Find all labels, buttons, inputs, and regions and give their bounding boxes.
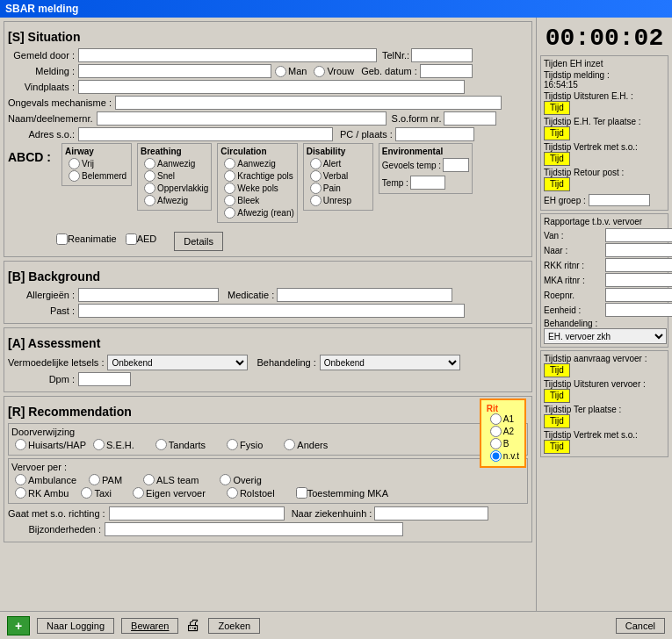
cancel-button[interactable]: Cancel [616,618,665,634]
airway-vrij-label: Vrij [82,159,94,169]
recommendation-header: [R] Recommendation [8,404,528,420]
radio-rolstoel[interactable] [227,487,238,499]
temp-input[interactable] [410,176,445,190]
bewaren-button[interactable]: Bewaren [121,618,178,634]
checkbox-reanimatie[interactable] [56,233,68,245]
tijdstip-ter-plaatse-btn[interactable]: Tijd [544,126,570,140]
bijzonderheden-input[interactable] [105,522,403,536]
radio-disability-unresp[interactable] [310,195,322,206]
radio-breathing-aanwezig[interactable] [144,158,155,169]
radio-disability-pain[interactable] [310,183,322,194]
medicatie-input[interactable] [277,288,452,302]
radio-anders[interactable] [284,439,295,450]
tijdstip-retour-btn[interactable]: Tijd [544,177,570,191]
checkbox-aed[interactable] [126,233,137,245]
radio-als-team[interactable] [143,474,155,485]
airway-title: Airway [65,147,128,156]
radio-circulation-bleek[interactable] [224,195,235,206]
tijden-eh-section: Tijden EH inzet Tijdstip melding : 16:54… [540,55,668,211]
radio-taxi[interactable] [81,487,92,499]
mka-ritnr-input[interactable] [605,273,672,287]
radio-airway-belemmerd[interactable] [69,170,80,182]
eenheid-row: Eenheid : [544,303,665,317]
behandeling-assess-select[interactable]: Onbekend [320,355,460,370]
naam-input[interactable] [97,111,387,126]
eenheid-input[interactable] [605,303,672,317]
background-header: [B] Background [8,269,528,284]
radio-ambulance[interactable] [15,474,26,485]
eh-groep-row: EH groep : [544,194,665,206]
eh-groep-input[interactable] [589,194,650,206]
radio-breathing-afwezig[interactable] [144,195,155,206]
rit-b-label: B [503,439,509,449]
radio-rit-b[interactable] [490,438,502,449]
tijdstip-uitsturen-v-btn[interactable]: Tijd [544,389,570,403]
naar-input[interactable] [605,243,672,257]
melding-input[interactable] [78,64,271,78]
vindplaats-label: Vindplaats : [8,82,78,92]
radio-fysio[interactable] [227,439,238,450]
adres-row: Adres s.o.: PC / plaats : [8,127,528,141]
radio-breathing-snel[interactable] [144,170,155,182]
gemeld-door-input[interactable] [78,48,377,62]
past-input[interactable] [78,304,465,318]
radio-pam[interactable] [89,474,100,485]
tijdstip-vertrek-v-btn[interactable]: Tijd [544,440,570,454]
details-button[interactable]: Details [174,232,223,251]
gaat-met-label: Gaat met s.o. richting : [8,508,109,519]
tijdstip-vertrek-btn[interactable]: Tijd [544,152,570,166]
pc-input[interactable] [395,127,474,141]
roepnr-input[interactable] [605,288,672,302]
checkbox-toestemming[interactable] [296,487,307,499]
ongevals-input[interactable] [115,96,502,110]
vervoer-per-label: Vervoer per : [11,462,67,472]
seh-label: S.E.H. [106,440,134,450]
plus-button[interactable]: + [7,616,30,635]
radio-vrouw[interactable] [314,66,325,77]
radio-circulation-afwezig-rean[interactable] [224,207,235,219]
radio-circulation-krachtige[interactable] [224,170,235,182]
geb-datum-input[interactable] [420,64,473,78]
radio-man[interactable] [275,66,286,77]
tijdstip-uitsturen-btn[interactable]: Tijd [544,101,570,115]
telnr-input[interactable] [411,48,473,62]
allergieen-input[interactable] [78,288,219,302]
van-row: Van : [544,228,665,242]
radio-rit-a1[interactable] [490,413,502,425]
radio-seh[interactable] [93,439,105,450]
naar-logging-button[interactable]: Naar Logging [37,618,114,634]
radio-circulation-weke[interactable] [224,183,235,194]
vermoedelijke-select[interactable]: Onbekend [107,355,248,370]
soform-input[interactable] [444,111,496,126]
radio-rk-ambu[interactable] [15,487,26,499]
tijdstip-ter-plaatse-v-btn[interactable]: Tijd [544,414,570,428]
tijdstip-aanvraag-btn[interactable]: Tijd [544,363,570,377]
breathing-snel-label: Snel [157,171,175,181]
zoeken-button[interactable]: Zoeken [208,618,260,634]
gaat-met-input[interactable] [109,506,285,521]
radio-rit-a2[interactable] [490,426,502,437]
adres-input[interactable] [78,127,333,141]
radio-tandarts[interactable] [155,439,167,450]
radio-huisarts[interactable] [15,439,26,450]
radio-rit-nvt[interactable] [490,450,502,462]
circulation-weke-label: Weke pols [237,183,278,193]
radio-breathing-oppervlakkig[interactable] [144,183,155,194]
van-input[interactable] [605,228,672,242]
radio-eigen-vervoer[interactable] [133,487,144,499]
radio-disability-alert[interactable] [310,158,322,169]
radio-circulation-aanwezig[interactable] [224,158,235,169]
printer-icon[interactable]: 🖨 [185,616,201,635]
dpm-input[interactable] [78,372,131,386]
circulation-aanwezig-label: Aanwezig [237,159,275,169]
vindplaats-input[interactable] [78,80,465,94]
behandeling-right-select[interactable]: EH. vervoer zkh [544,328,667,344]
gevoels-temp-input[interactable] [443,158,469,172]
fysio-label: Fysio [240,440,263,450]
radio-disability-verbal[interactable] [310,170,322,182]
radio-airway-vrij[interactable] [69,158,80,169]
rkk-ritnr-input[interactable] [605,258,672,272]
radio-overig[interactable] [220,474,231,485]
naar-ziekenhuis-input[interactable] [374,506,488,521]
tijdstip-ter-plaatse-v-label: Tijdstip Ter plaatse : [544,405,665,414]
